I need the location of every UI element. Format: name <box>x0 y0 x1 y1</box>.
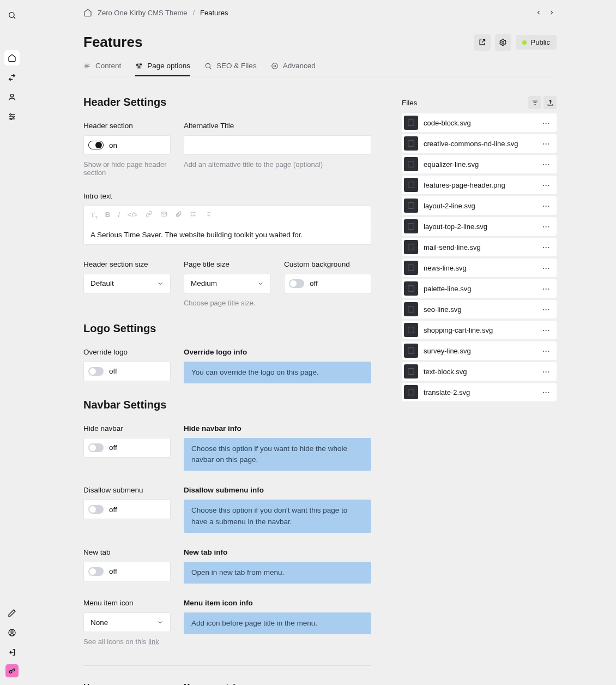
file-name: seo-line.svg <box>424 305 535 314</box>
license-key-icon[interactable] <box>5 664 19 677</box>
svg-point-11 <box>9 670 12 673</box>
file-more-button[interactable]: ··· <box>540 243 552 251</box>
file-thumb-icon <box>404 302 418 316</box>
file-row[interactable]: shopping-cart-line.svg··· <box>402 321 557 339</box>
chevron-down-icon <box>157 280 164 287</box>
header-size-select[interactable]: Default <box>83 274 171 293</box>
home-icon[interactable] <box>83 8 92 17</box>
file-row[interactable]: news-line.svg··· <box>402 259 557 277</box>
tab-page-options[interactable]: Page options <box>135 57 190 76</box>
menu-icon-help-link[interactable]: link <box>148 638 159 646</box>
new-tab-toggle[interactable]: off <box>83 562 171 581</box>
file-row[interactable]: translate-2.svg··· <box>402 383 557 401</box>
file-row[interactable]: creative-commons-nd-line.svg··· <box>402 134 557 153</box>
open-url-button[interactable] <box>474 34 491 51</box>
files-sort-button[interactable] <box>528 96 541 109</box>
file-more-button[interactable]: ··· <box>540 368 552 376</box>
file-more-button[interactable]: ··· <box>540 326 552 334</box>
file-row[interactable]: layout-top-2-line.svg··· <box>402 217 557 236</box>
files-upload-button[interactable] <box>543 96 557 109</box>
menu-icon-select[interactable]: None <box>83 612 171 632</box>
page-title: Features <box>83 34 142 51</box>
file-name: text-block.svg <box>424 368 535 376</box>
nav-account-icon[interactable] <box>4 625 20 640</box>
file-row[interactable]: features-page-header.png··· <box>402 176 557 194</box>
svg-point-25 <box>274 65 276 67</box>
disallow-submenu-toggle[interactable]: off <box>83 500 171 519</box>
title-size-select[interactable]: Medium <box>184 274 271 293</box>
file-name: shopping-cart-line.svg <box>424 326 535 334</box>
status-button[interactable]: Public <box>516 35 557 50</box>
nav-settings[interactable] <box>4 109 20 124</box>
header-section-help: Show or hide page header section <box>83 160 171 177</box>
file-more-button[interactable]: ··· <box>540 264 552 272</box>
intro-editor[interactable]: TT B I </> A Serious Time Saver. The w <box>83 206 371 245</box>
intro-text[interactable]: A Serious Time Saver. The website buildi… <box>84 225 371 244</box>
menu-icon-info-label: Menu item icon info <box>184 599 371 607</box>
svg-rect-46 <box>408 244 414 250</box>
chevron-down-icon <box>157 619 164 626</box>
override-logo-toggle[interactable]: off <box>83 362 171 381</box>
editor-ul-icon[interactable] <box>190 211 197 220</box>
custom-bg-toggle[interactable]: off <box>284 274 371 293</box>
file-more-button[interactable]: ··· <box>540 223 552 231</box>
file-thumb-icon <box>404 199 418 213</box>
editor-email-icon[interactable] <box>160 211 167 220</box>
file-more-button[interactable]: ··· <box>540 160 552 169</box>
new-tab-label: New tab <box>83 548 171 556</box>
tab-seo-files[interactable]: SEO & Files <box>204 57 257 76</box>
nav-users[interactable] <box>4 70 20 85</box>
search-icon[interactable] <box>4 8 20 23</box>
logo-settings-heading: Logo Settings <box>83 322 371 335</box>
disallow-submenu-info: Choose this option if you don't want thi… <box>184 500 371 533</box>
hide-navbar-toggle[interactable]: off <box>83 438 171 458</box>
nav-logout-icon[interactable] <box>4 645 20 660</box>
disallow-submenu-label: Disallow submenu <box>83 486 171 494</box>
nav-person[interactable] <box>4 89 20 105</box>
nav-edit-icon[interactable] <box>4 605 20 621</box>
file-row[interactable]: survey-line.svg··· <box>402 341 557 360</box>
file-thumb-icon <box>404 261 418 275</box>
next-page-button[interactable] <box>547 8 557 17</box>
svg-point-26 <box>271 63 277 69</box>
editor-code-icon[interactable]: </> <box>128 211 138 220</box>
nav-home[interactable] <box>4 50 20 65</box>
page-settings-button[interactable] <box>495 34 511 51</box>
file-more-button[interactable]: ··· <box>540 181 552 189</box>
alt-title-help: Add an alternative title to the page (op… <box>184 160 371 169</box>
svg-point-8 <box>10 118 12 120</box>
file-row[interactable]: layout-2-line.svg··· <box>402 196 557 215</box>
svg-rect-42 <box>408 161 414 167</box>
file-more-button[interactable]: ··· <box>540 305 552 314</box>
file-more-button[interactable]: ··· <box>540 347 552 355</box>
header-section-toggle[interactable]: on <box>83 135 171 155</box>
file-row[interactable]: mail-send-line.svg··· <box>402 238 557 256</box>
mega-menu-label: Mega menu <box>83 682 171 685</box>
file-more-button[interactable]: ··· <box>540 388 552 396</box>
editor-link-icon[interactable] <box>146 211 153 220</box>
file-name: palette-line.svg <box>424 285 535 293</box>
file-row[interactable]: code-block.svg··· <box>402 113 557 132</box>
file-row[interactable]: palette-line.svg··· <box>402 279 557 298</box>
file-row[interactable]: text-block.svg··· <box>402 362 557 381</box>
file-row[interactable]: seo-line.svg··· <box>402 300 557 319</box>
file-more-button[interactable]: ··· <box>540 202 552 210</box>
file-thumb-icon <box>404 219 418 233</box>
file-name: layout-2-line.svg <box>424 202 535 210</box>
tab-content[interactable]: Content <box>83 57 121 76</box>
editor-bold-icon[interactable]: B <box>105 211 110 220</box>
breadcrumb-root[interactable]: Zero One Kirby CMS Theme <box>98 9 187 17</box>
alt-title-input[interactable] <box>191 141 364 149</box>
file-row[interactable]: equalizer-line.svg··· <box>402 155 557 173</box>
override-logo-info-label: Override logo info <box>184 348 371 356</box>
file-more-button[interactable]: ··· <box>540 285 552 293</box>
file-more-button[interactable]: ··· <box>540 119 552 127</box>
header-size-label: Header section size <box>83 260 171 268</box>
editor-italic-icon[interactable]: I <box>118 211 120 220</box>
editor-heading-icon[interactable]: TT <box>90 211 98 220</box>
file-more-button[interactable]: ··· <box>540 140 552 148</box>
prev-page-button[interactable] <box>534 8 543 17</box>
editor-attachment-icon[interactable] <box>175 211 182 220</box>
editor-ol-icon[interactable] <box>204 211 212 220</box>
tab-advanced[interactable]: Advanced <box>271 57 316 76</box>
